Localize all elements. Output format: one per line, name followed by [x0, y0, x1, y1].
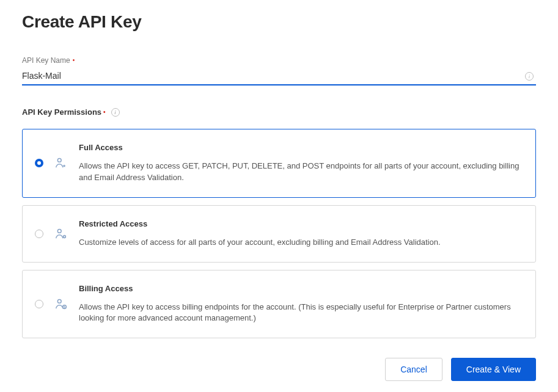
svg-point-0: [57, 159, 61, 162]
permissions-label: API Key Permissions• i: [22, 107, 536, 117]
option-full-access-desc: Allows the API key to access GET, PATCH,…: [79, 161, 521, 184]
option-restricted-access[interactable]: Restricted Access Customize levels of ac…: [22, 205, 536, 263]
option-billing-access[interactable]: $ Billing Access Allows the API key to a…: [22, 270, 536, 339]
option-restricted-access-content: Restricted Access Customize levels of ac…: [79, 219, 521, 249]
required-indicator-icon: •: [103, 109, 106, 115]
option-billing-access-desc: Allows the API key to access billing end…: [79, 302, 521, 325]
api-key-name-input-wrapper: i: [22, 67, 536, 85]
user-gear-icon: [54, 227, 68, 241]
svg-point-3: [57, 299, 61, 303]
radio-restricted-access[interactable]: [35, 230, 43, 238]
option-restricted-access-desc: Customize levels of access for all parts…: [79, 237, 521, 249]
user-dollar-icon: $: [54, 297, 68, 311]
cancel-button[interactable]: Cancel: [385, 358, 442, 381]
permissions-label-text: API Key Permissions: [22, 107, 101, 117]
info-icon[interactable]: i: [111, 108, 120, 117]
option-full-access-content: Full Access Allows the API key to access…: [79, 143, 521, 184]
option-billing-access-content: Billing Access Allows the API key to acc…: [79, 284, 521, 325]
svg-point-2: [64, 235, 66, 238]
api-key-name-label: API Key Name •: [22, 56, 536, 65]
page-title: Create API Key: [22, 12, 536, 32]
create-view-button[interactable]: Create & View: [451, 358, 536, 381]
option-restricted-access-title: Restricted Access: [79, 219, 521, 228]
info-icon[interactable]: i: [525, 72, 534, 81]
option-full-access[interactable]: Full Access Allows the API key to access…: [22, 129, 536, 198]
svg-text:$: $: [64, 305, 65, 308]
svg-point-1: [57, 229, 61, 233]
footer-actions: Cancel Create & View: [22, 358, 536, 381]
api-key-name-field: API Key Name • i: [22, 56, 536, 85]
api-key-name-label-text: API Key Name: [22, 56, 70, 65]
permissions-options: Full Access Allows the API key to access…: [22, 129, 536, 338]
required-indicator-icon: •: [73, 57, 75, 64]
option-full-access-title: Full Access: [79, 143, 521, 152]
radio-full-access[interactable]: [35, 159, 43, 167]
user-star-icon: [54, 156, 68, 170]
radio-billing-access[interactable]: [35, 300, 43, 308]
api-key-name-input[interactable]: [22, 67, 536, 85]
option-billing-access-title: Billing Access: [79, 284, 521, 293]
